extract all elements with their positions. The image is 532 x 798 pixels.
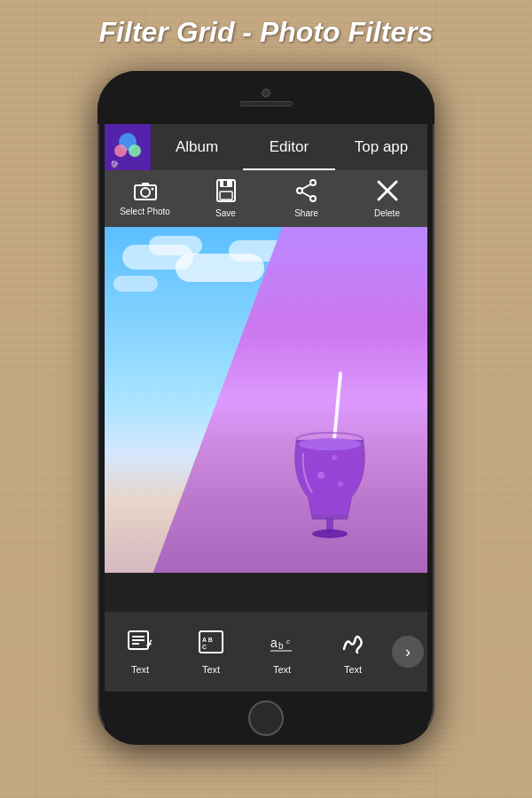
svg-text:a: a — [270, 636, 278, 650]
save-button[interactable]: Save — [185, 176, 266, 222]
more-tools-button[interactable]: › — [388, 636, 427, 668]
svg-line-32 — [150, 640, 152, 642]
svg-text:b: b — [278, 641, 284, 651]
text-tool-1[interactable]: Text — [105, 622, 176, 682]
home-button[interactable] — [248, 700, 284, 736]
share-icon — [296, 179, 317, 206]
svg-text:c: c — [286, 638, 290, 645]
svg-text:A B: A B — [202, 637, 213, 643]
share-button[interactable]: Share — [266, 176, 347, 222]
editor-toolbar: Select Photo Save — [105, 170, 427, 227]
text-tool-3[interactable]: a b c Text — [246, 622, 317, 682]
phone-speaker — [239, 101, 293, 106]
text-tool-2[interactable]: A B C Text — [176, 622, 246, 682]
delete-icon — [376, 179, 399, 206]
svg-point-22 — [299, 438, 361, 450]
text-abc-icon: A B C — [198, 630, 224, 661]
phone-top-bar — [98, 71, 434, 124]
svg-point-13 — [310, 180, 316, 185]
svg-point-15 — [310, 196, 316, 201]
phone-frame: 🔮 Album Editor Top app — [98, 71, 434, 745]
cloud-5 — [113, 276, 158, 292]
delete-button[interactable]: Delete — [347, 176, 427, 222]
share-label: Share — [294, 208, 318, 218]
svg-rect-12 — [223, 181, 227, 186]
svg-point-2 — [114, 145, 127, 157]
svg-point-6 — [141, 188, 150, 197]
text-tool-3-label: Text — [273, 664, 291, 675]
text-tool-4[interactable]: Text — [317, 622, 388, 682]
svg-point-24 — [332, 455, 337, 460]
page-title: Filter Grid - Photo Filters — [0, 16, 532, 49]
svg-point-14 — [297, 188, 302, 193]
camera-icon — [134, 181, 157, 204]
svg-point-25 — [338, 481, 343, 487]
svg-point-8 — [151, 188, 153, 191]
svg-point-3 — [129, 145, 141, 157]
bottom-toolbar: Text A B C Text a b — [105, 612, 427, 692]
photo-area — [105, 227, 427, 573]
text-tool-2-label: Text — [202, 664, 220, 675]
nav-tabs: 🔮 Album Editor Top app — [105, 124, 427, 170]
svg-point-23 — [317, 472, 325, 479]
app-logo[interactable]: 🔮 — [105, 124, 151, 170]
save-icon — [216, 179, 236, 206]
text-superscript-icon: a b c — [269, 630, 295, 661]
select-photo-label: Select Photo — [120, 207, 170, 216]
text-tool-4-label: Text — [344, 664, 362, 675]
svg-line-20 — [334, 373, 340, 440]
phone-screen: 🔮 Album Editor Top app — [105, 124, 427, 692]
save-label: Save — [215, 208, 236, 218]
cloud-2 — [149, 236, 202, 255]
tab-topapp[interactable]: Top app — [335, 124, 427, 170]
tab-album[interactable]: Album — [151, 124, 243, 170]
delete-label: Delete — [374, 208, 400, 218]
svg-line-16 — [302, 184, 310, 189]
phone-camera — [262, 89, 270, 98]
svg-rect-11 — [220, 192, 232, 200]
text-tool-1-label: Text — [131, 664, 149, 675]
text-script-icon — [340, 630, 366, 661]
text-edit-icon — [127, 630, 153, 661]
svg-text:🔮: 🔮 — [110, 160, 119, 168]
phone-bottom-bar — [105, 692, 427, 745]
select-photo-button[interactable]: Select Photo — [105, 177, 185, 220]
svg-text:C: C — [202, 644, 207, 650]
svg-point-27 — [312, 529, 348, 538]
svg-line-17 — [302, 192, 310, 197]
tab-editor[interactable]: Editor — [243, 124, 335, 170]
svg-rect-7 — [142, 183, 149, 186]
cocktail-image — [286, 369, 374, 546]
